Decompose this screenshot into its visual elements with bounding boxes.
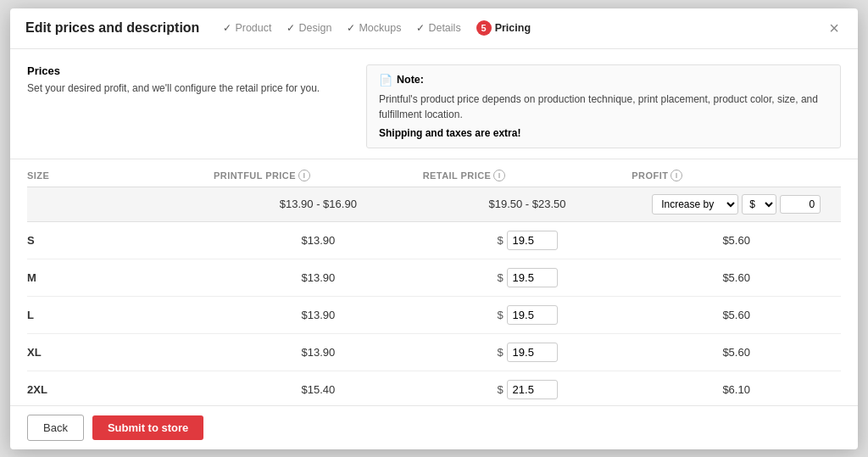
size-cell: XL xyxy=(27,346,214,359)
check-icon-design: ✓ xyxy=(287,22,295,34)
steps-nav: ✓ Product ✓ Design ✓ Mockups ✓ Details 5… xyxy=(223,20,826,36)
printful-price-cell: $13.90 xyxy=(214,309,423,321)
back-button[interactable]: Back xyxy=(27,415,84,441)
col-size: SIZE xyxy=(27,170,214,181)
dollar-sign: $ xyxy=(497,346,503,359)
retail-input[interactable] xyxy=(507,380,558,399)
size-cell: S xyxy=(27,234,214,247)
note-icon: 📄 xyxy=(379,74,392,86)
retail-price-cell: $ xyxy=(423,305,632,325)
note-body: Printful's product price depends on prod… xyxy=(379,92,828,122)
retail-input[interactable] xyxy=(507,268,558,287)
profit-info-icon[interactable]: i xyxy=(670,170,682,181)
retail-input[interactable] xyxy=(507,343,558,362)
step-mockups-label: Mockups xyxy=(359,22,401,34)
note-title: 📄 Note: xyxy=(379,74,828,86)
profit-mode-select[interactable]: Increase by Decrease by Set to xyxy=(652,194,738,215)
pricing-table: SIZE PRINTFUL PRICE i RETAIL PRICE i PRO… xyxy=(10,159,858,405)
profit-cell: $5.60 xyxy=(632,309,841,321)
profit-cell: $5.60 xyxy=(632,346,841,359)
retail-price-cell: $ xyxy=(423,380,632,399)
step-mockups: ✓ Mockups xyxy=(347,22,401,34)
table-row: S $13.90 $ $5.60 xyxy=(27,222,841,259)
printful-price-cell: $13.90 xyxy=(214,271,423,284)
check-icon-details: ✓ xyxy=(416,22,425,34)
size-cell: L xyxy=(27,309,214,321)
check-icon-product: ✓ xyxy=(223,22,231,34)
modal-body: Prices Set your desired profit, and we'l… xyxy=(10,49,858,405)
size-cell: M xyxy=(27,271,214,284)
modal-title: Edit prices and description xyxy=(25,20,199,36)
col-printful-price: PRINTFUL PRICE i xyxy=(214,170,423,181)
retail-input[interactable] xyxy=(507,305,558,325)
note-bold: Shipping and taxes are extra! xyxy=(379,127,828,139)
profit-currency-select[interactable]: $ % xyxy=(742,194,776,215)
modal-header: Edit prices and description ✓ Product ✓ … xyxy=(10,8,858,49)
printful-price-cell: $13.90 xyxy=(214,346,423,359)
step-product: ✓ Product xyxy=(223,22,271,34)
profit-cell: $6.10 xyxy=(632,383,841,396)
info-left: Prices Set your desired profit, and we'l… xyxy=(27,64,349,148)
col-retail-price: RETAIL PRICE i xyxy=(423,170,632,181)
profit-cell: $5.60 xyxy=(632,271,841,284)
step-design-label: Design xyxy=(298,22,331,34)
table-header: SIZE PRINTFUL PRICE i RETAIL PRICE i PRO… xyxy=(27,159,841,187)
size-cell: 2XL xyxy=(27,383,214,396)
retail-price-info-icon[interactable]: i xyxy=(493,170,505,181)
col-profit: PROFIT i xyxy=(632,170,841,181)
dollar-sign: $ xyxy=(497,383,503,396)
prices-subtitle: Set your desired profit, and we'll confi… xyxy=(27,82,349,94)
note-title-text: Note: xyxy=(397,74,424,86)
step-pricing-label: Pricing xyxy=(495,22,531,34)
step-design: ✓ Design xyxy=(287,22,331,34)
retail-price-cell: $ xyxy=(423,268,632,287)
profit-value-input[interactable] xyxy=(780,195,821,214)
table-row: M $13.90 $ $5.60 xyxy=(27,259,841,297)
profit-cell: $5.60 xyxy=(632,234,841,247)
modal-footer: Back Submit to store xyxy=(10,405,858,449)
edit-prices-modal: Edit prices and description ✓ Product ✓ … xyxy=(10,8,858,449)
check-icon-mockups: ✓ xyxy=(347,22,355,34)
step-product-label: Product xyxy=(235,22,271,34)
prices-title: Prices xyxy=(27,64,349,77)
printful-price-cell: $15.40 xyxy=(214,383,423,396)
submit-button[interactable]: Submit to store xyxy=(92,415,203,440)
printful-price-info-icon[interactable]: i xyxy=(298,170,310,181)
bulk-retail-price: $19.50 - $23.50 xyxy=(423,198,632,210)
table-row: L $13.90 $ $5.60 xyxy=(27,297,841,334)
retail-price-cell: $ xyxy=(423,343,632,362)
step-details: ✓ Details xyxy=(416,22,460,34)
note-box: 📄 Note: Printful's product price depends… xyxy=(366,64,841,148)
info-section: Prices Set your desired profit, and we'l… xyxy=(10,49,858,159)
close-button[interactable]: × xyxy=(826,19,843,38)
bulk-printful-price: $13.90 - $16.90 xyxy=(214,198,423,210)
step-pricing: 5 Pricing xyxy=(476,20,531,36)
printful-price-cell: $13.90 xyxy=(214,234,423,247)
dollar-sign: $ xyxy=(497,309,503,321)
table-row: 2XL $15.40 $ $6.10 xyxy=(27,371,841,405)
bulk-row: $13.90 - $16.90 $19.50 - $23.50 Increase… xyxy=(27,187,841,222)
dollar-sign: $ xyxy=(497,271,503,284)
bulk-profit-controls: Increase by Decrease by Set to $ % xyxy=(632,194,841,215)
dollar-sign: $ xyxy=(497,234,503,247)
profit-controls: Increase by Decrease by Set to $ % xyxy=(652,194,821,215)
step-details-label: Details xyxy=(428,22,460,34)
step-number-pricing: 5 xyxy=(476,20,492,36)
retail-price-cell: $ xyxy=(423,231,632,250)
retail-input[interactable] xyxy=(507,231,558,250)
table-row: XL $13.90 $ $5.60 xyxy=(27,334,841,371)
